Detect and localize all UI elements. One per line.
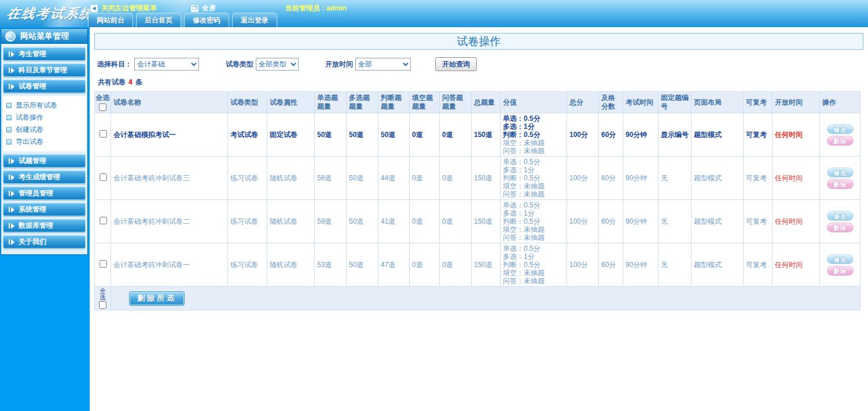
column-header-9: 总题量	[472, 92, 501, 113]
sidebar-group-5[interactable]: 管理员管理	[3, 187, 86, 200]
filter-bar: 选择科目： 会计基础 试卷类型 全部类型 开放时间 全部 开始查询	[97, 57, 863, 71]
delete-button[interactable]: 删除	[827, 223, 854, 232]
paper-type-cell: 练习试卷	[228, 200, 267, 243]
row-actions-cell: 修改删除	[820, 113, 860, 157]
score-line: 单选：0.5分	[503, 114, 565, 123]
total-questions-cell: 150道	[472, 200, 501, 243]
column-header-label: 操作	[822, 98, 858, 107]
judge-count-cell: 41道	[378, 200, 410, 243]
delete-button[interactable]: 删除	[827, 266, 854, 276]
column-header-11: 总分	[567, 92, 599, 113]
sidebar-group-label: 试题管理	[19, 156, 46, 166]
pass-score-cell: 60分	[599, 200, 623, 243]
row-checkbox[interactable]	[100, 217, 107, 224]
open-time-cell: 任何时间	[773, 200, 820, 243]
edit-button[interactable]: 修改	[827, 168, 854, 177]
row-checkbox-cell	[95, 243, 111, 287]
edit-button[interactable]: 修改	[827, 124, 854, 134]
footer-select-all-checkbox[interactable]	[99, 301, 106, 309]
subject-select[interactable]: 会计基础	[134, 58, 199, 71]
sidebar-group-label: 数据库管理	[19, 221, 53, 231]
sidebar-group-0[interactable]: 考生管理	[3, 47, 86, 61]
play-icon	[9, 207, 14, 213]
fixed-number-cell: 无	[659, 200, 692, 243]
open-time-select[interactable]: 全部	[355, 58, 411, 71]
column-header-label: 判断题题量	[381, 94, 407, 111]
tab-1[interactable]: 后台首页	[136, 13, 181, 27]
delete-button[interactable]: 删除	[827, 136, 854, 146]
sidebar-subitem-3[interactable]: 导出试卷	[6, 136, 86, 148]
sidebar-group-7[interactable]: 数据库管理	[3, 219, 86, 232]
paper-type-cell: 练习试卷	[228, 243, 267, 287]
score-line: 判断：0.5分	[503, 261, 565, 269]
header-select-all-checkbox[interactable]	[99, 103, 106, 111]
footer-select-all-label: 全选	[100, 287, 106, 301]
row-checkbox[interactable]	[100, 260, 107, 268]
fullscreen-button[interactable]: ❐ 全屏	[190, 3, 216, 13]
table-row: 会计基础考前冲刺试卷一练习试卷随机试卷53道50道47道0道0道150道单选：0…	[95, 243, 860, 287]
page-layout-cell: 题型模式	[692, 200, 744, 243]
total-score-cell: 100分	[567, 200, 599, 243]
delete-button[interactable]: 删除	[827, 179, 854, 189]
column-header-13: 考试时间	[623, 92, 659, 113]
tab-2[interactable]: 修改密码	[184, 13, 229, 27]
score-line: 问答：未抽题	[503, 277, 565, 285]
delete-selected-button[interactable]: 删除所选	[129, 291, 185, 306]
column-header-label: 试卷名称	[113, 98, 226, 107]
sidebar-subitem-0[interactable]: 显示所有试卷	[6, 99, 86, 112]
fixed-number-cell: 显示编号	[659, 113, 692, 157]
multi-count-cell: 50道	[347, 200, 378, 243]
column-header-12: 及格分数	[599, 92, 623, 113]
qa-count-cell: 0道	[440, 113, 472, 157]
count-suffix: 条	[135, 78, 142, 86]
sidebar-subitem-1[interactable]: 试卷操作	[6, 112, 86, 124]
row-checkbox[interactable]	[100, 173, 107, 181]
column-header-label: 总题量	[474, 98, 498, 107]
play-icon	[9, 51, 14, 57]
score-line: 多选：1分	[503, 253, 565, 261]
app-logo: 在线考试系统	[5, 5, 95, 23]
exam-time-cell: 90分钟	[623, 200, 659, 243]
row-checkbox-cell	[95, 157, 111, 200]
sidebar-group-3[interactable]: 试题管理	[3, 154, 86, 168]
fixed-number-cell: 无	[659, 157, 692, 200]
sidebar-group-label: 试卷管理	[19, 82, 46, 91]
type-filter-label: 试卷类型	[226, 60, 253, 69]
sidebar-group-1[interactable]: 科目及章节管理	[3, 64, 86, 77]
sidebar-group-4[interactable]: 考生成绩管理	[3, 171, 86, 184]
tab-3[interactable]: 退出登录	[232, 13, 277, 27]
score-line: 问答：未抽题	[503, 190, 565, 198]
papers-table: 全选试卷名称试卷类型试卷属性单选题题量多选题题量判断题题量填空题题量问答题题量总…	[94, 91, 860, 310]
open-time-cell: 任何时间	[773, 243, 820, 287]
search-button[interactable]: 开始查询	[435, 57, 477, 71]
sidebar-subitem-2[interactable]: 创建试卷	[6, 124, 86, 136]
sidebar-group-2[interactable]: 试卷管理	[3, 80, 86, 93]
edit-button[interactable]: 修改	[827, 211, 854, 221]
edit-button[interactable]: 修改	[827, 254, 854, 264]
judge-count-cell: 44道	[378, 157, 410, 200]
retake-cell: 可复考	[744, 113, 773, 157]
column-header-16: 可复考	[744, 92, 773, 113]
page-layout-cell: 题型模式	[692, 157, 744, 200]
row-checkbox[interactable]	[100, 130, 107, 138]
score-line: 问答：未抽题	[503, 147, 565, 155]
score-line: 判断：0.5分	[503, 131, 565, 139]
paper-type-select[interactable]: 全部类型	[256, 58, 299, 71]
tab-0[interactable]: 网站前台	[88, 13, 133, 27]
score-values-cell: 单选：0.5分多选：1分判断：0.5分填空：未抽题问答：未抽题	[501, 200, 567, 243]
close-menu-button[interactable]: ◄ 关闭左边管理菜单	[90, 3, 157, 13]
column-header-1: 试卷名称	[111, 92, 228, 113]
sidebar-group-8[interactable]: 关于我们	[3, 235, 86, 249]
fullscreen-label: 全屏	[202, 3, 216, 13]
blank-count-cell: 0道	[410, 243, 440, 287]
sidebar: 网站菜单管理 考生管理科目及章节管理试卷管理 显示所有试卷试卷操作创建试卷导出试…	[0, 27, 90, 411]
column-header-10: 分值	[501, 92, 567, 113]
table-row: 会计基础考前冲刺试卷三练习试卷随机试卷56道50道44道0道0道150道单选：0…	[95, 157, 860, 200]
column-header-17: 开放时间	[773, 92, 820, 113]
sidebar-group-6[interactable]: 系统管理	[3, 203, 86, 216]
column-header-label: 试卷类型	[230, 98, 265, 107]
column-header-6: 判断题题量	[378, 92, 410, 113]
judge-count-cell: 47道	[378, 243, 410, 287]
table-row: 会计基础模拟考试一考试试卷固定试卷50道50道50道0道0道150道单选：0.5…	[95, 113, 860, 157]
table-header-row: 全选试卷名称试卷类型试卷属性单选题题量多选题题量判断题题量填空题题量问答题题量总…	[95, 92, 860, 113]
